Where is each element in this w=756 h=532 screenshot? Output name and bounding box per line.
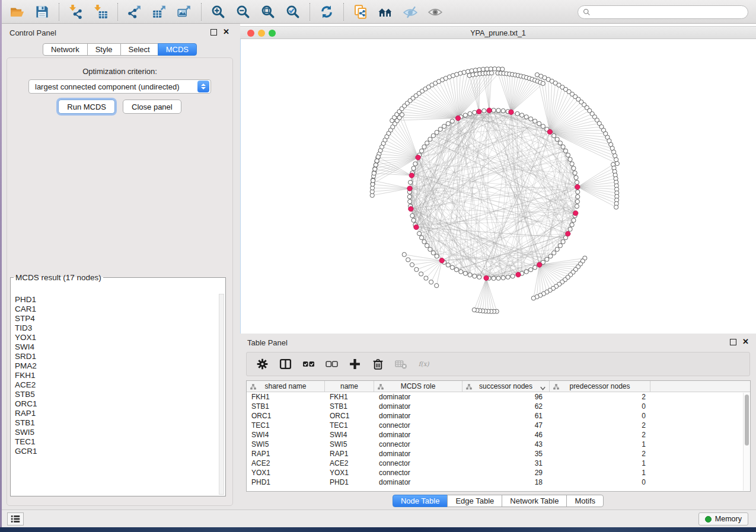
mcds-result-item[interactable]: PHD1 <box>15 295 218 305</box>
memory-button[interactable]: Memory <box>698 512 748 525</box>
float-panel-icon[interactable] <box>210 29 217 36</box>
zoom-fit-button[interactable] <box>256 0 280 24</box>
criterion-selected-value: largest connected component (undirected) <box>29 82 197 91</box>
save-session-button[interactable] <box>30 0 55 24</box>
delete-table-icon <box>395 358 407 370</box>
column-header-MCDS-role[interactable]: MCDS role <box>374 381 462 392</box>
table-row[interactable]: SWI5SWI5connector431 <box>247 440 750 449</box>
export-image-button[interactable] <box>172 0 197 24</box>
zoom-in-button[interactable] <box>206 0 231 24</box>
search-icon <box>583 8 591 16</box>
mcds-result-item[interactable]: STB1 <box>15 418 218 428</box>
mcds-result-item[interactable]: SWI4 <box>15 342 218 352</box>
close-panel-button[interactable]: Close panel <box>123 100 181 114</box>
cell: YOX1 <box>247 468 325 477</box>
mcds-result-item[interactable]: SRD1 <box>15 352 218 361</box>
run-mcds-button[interactable]: Run MCDS <box>58 100 115 114</box>
close-table-panel-icon[interactable]: ✕ <box>742 337 749 346</box>
first-neighbors-icon <box>378 5 393 19</box>
zoom-selected-icon <box>286 5 300 19</box>
network-canvas[interactable] <box>240 39 755 334</box>
show-hidden-button[interactable] <box>423 0 448 24</box>
table-scrollbar[interactable] <box>743 393 750 491</box>
first-neighbors-button[interactable] <box>373 0 398 24</box>
column-header-predecessor-nodes[interactable]: predecessor nodes <box>550 381 650 392</box>
list-icon <box>10 514 21 524</box>
tab-style[interactable]: Style <box>87 43 121 56</box>
table-tab-node-table[interactable]: Node Table <box>393 495 448 507</box>
mcds-result-item[interactable]: TID3 <box>15 323 218 333</box>
table-scrollbar-thumb[interactable] <box>745 395 749 446</box>
search-field[interactable] <box>578 5 748 19</box>
mcds-result-item[interactable]: YOX1 <box>15 333 218 342</box>
export-table-button[interactable] <box>147 0 172 24</box>
table-row[interactable]: YOX1YOX1connector291 <box>247 468 750 477</box>
column-label: predecessor nodes <box>569 382 630 390</box>
column-header-name[interactable]: name <box>325 381 374 392</box>
duplicate-network-button[interactable] <box>348 0 373 24</box>
table-tab-edge-table[interactable]: Edge Table <box>447 495 502 507</box>
mcds-result-item[interactable]: PMA2 <box>15 361 218 371</box>
delete-column-button[interactable] <box>368 354 388 375</box>
select-all-rows-icon <box>302 358 315 370</box>
tab-select[interactable]: Select <box>120 43 158 56</box>
table-tab-network-table[interactable]: Network Table <box>502 495 567 507</box>
show-columns-button[interactable] <box>276 354 295 375</box>
cell: RAP1 <box>325 449 374 459</box>
mcds-result-item[interactable]: STB5 <box>15 390 218 399</box>
cell-filler <box>650 477 750 487</box>
zoom-out-icon <box>236 5 250 19</box>
zoom-out-button[interactable] <box>231 0 256 24</box>
cell: PHD1 <box>247 477 325 487</box>
cell: dominator <box>374 449 462 459</box>
table-row[interactable]: ACE2ACE2connector311 <box>247 459 750 468</box>
mcds-result-item[interactable]: GCR1 <box>15 447 218 456</box>
cell: 46 <box>462 430 550 440</box>
table-row[interactable]: RAP1RAP1dominator352 <box>247 449 750 459</box>
cell: SWI4 <box>247 430 325 440</box>
table-row[interactable]: ORC1ORC1dominator610 <box>247 411 750 421</box>
table-row[interactable]: TEC1TEC1connector472 <box>247 421 750 430</box>
cell: STB1 <box>247 402 325 411</box>
hide-selected-button[interactable] <box>398 0 423 24</box>
open-file-icon <box>10 5 24 19</box>
criterion-dropdown[interactable]: largest connected component (undirected) <box>28 79 211 94</box>
main-toolbar <box>0 0 756 24</box>
column-settings-button[interactable] <box>253 354 272 375</box>
table-tab-motifs[interactable]: Motifs <box>566 495 604 507</box>
mcds-result-item[interactable]: SWI5 <box>15 428 218 437</box>
search-input[interactable] <box>591 6 748 18</box>
column-header-shared-name[interactable]: shared name <box>247 381 325 392</box>
table-row[interactable]: STB1STB1dominator620 <box>247 402 750 411</box>
add-column-button[interactable] <box>345 354 365 375</box>
mcds-result-item[interactable]: CAR1 <box>15 305 218 314</box>
deselect-all-rows-button[interactable] <box>322 354 342 375</box>
table-row[interactable]: FKH1FKH1dominator962 <box>247 392 750 402</box>
cell: ACE2 <box>247 459 325 468</box>
network-list-button[interactable] <box>7 512 24 525</box>
column-header-successor-nodes[interactable]: successor nodes <box>462 381 550 392</box>
table-row[interactable]: PHD1PHD1dominator180 <box>247 477 750 487</box>
table-row[interactable]: SWI4SWI4dominator462 <box>247 430 750 440</box>
table-panel-header: Table Panel ✕ <box>240 334 756 351</box>
mcds-result-item[interactable]: RAP1 <box>15 409 218 418</box>
mcds-result-item[interactable]: ORC1 <box>15 399 218 409</box>
export-network-button[interactable] <box>122 0 147 24</box>
open-file-button[interactable] <box>5 0 30 24</box>
select-all-rows-button[interactable] <box>299 354 318 375</box>
mcds-result-item[interactable]: ACE2 <box>15 380 218 390</box>
close-panel-icon[interactable]: ✕ <box>223 27 229 36</box>
cell-filler <box>650 392 750 402</box>
tab-mcds[interactable]: MCDS <box>158 43 197 56</box>
float-table-panel-icon[interactable] <box>730 339 736 345</box>
tab-network[interactable]: Network <box>43 43 88 56</box>
result-list-scrollbar[interactable] <box>219 294 224 495</box>
mcds-result-item[interactable]: FKH1 <box>15 371 218 380</box>
mcds-result-item[interactable]: STP4 <box>15 314 218 323</box>
show-columns-icon <box>279 358 292 370</box>
import-table-button[interactable] <box>88 0 113 24</box>
refresh-view-button[interactable] <box>314 0 339 24</box>
mcds-result-item[interactable]: TEC1 <box>15 437 218 447</box>
zoom-selected-button[interactable] <box>280 0 305 24</box>
import-network-button[interactable] <box>63 0 88 24</box>
